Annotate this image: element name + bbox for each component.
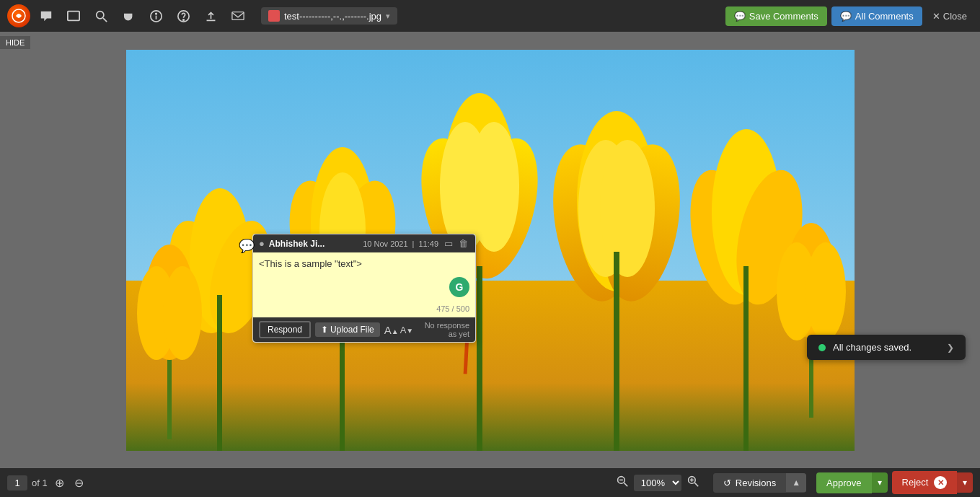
svg-point-18 — [469, 122, 519, 252]
font-size-controls: A▲ A▼ — [384, 324, 414, 336]
zoom-in-button[interactable] — [684, 474, 702, 491]
save-comments-icon: 💬 — [734, 11, 746, 22]
help-tool-btn[interactable] — [172, 4, 195, 27]
respond-label: Respond — [268, 325, 302, 335]
zoom-level-select[interactable]: 100% 50% 75% 125% 150% 200% — [634, 475, 681, 491]
comment-delete-btn[interactable]: 🗑 — [457, 238, 469, 249]
file-tab[interactable]: test----------,--.,-------.jpg ▾ — [261, 7, 397, 25]
svg-point-45 — [163, 266, 202, 360]
approve-label: Approve — [826, 478, 861, 488]
comment-avatar-button[interactable]: G — [449, 277, 469, 297]
revisions-icon: ↺ — [723, 478, 731, 488]
comment-username: Abhishek Ji... — [269, 239, 358, 249]
font-increase-btn[interactable]: A▲ — [384, 324, 399, 336]
zoom-section: 100% 50% 75% 125% 150% 200% — [614, 474, 702, 491]
reject-x-icon: ✕ — [934, 476, 947, 489]
email-tool-btn[interactable] — [226, 4, 250, 27]
svg-rect-9 — [232, 12, 244, 20]
svg-point-8 — [182, 19, 184, 20]
upload-label: Upload File — [330, 325, 374, 335]
comment-user-icon: ● — [259, 238, 265, 249]
font-decrease-btn[interactable]: A▼ — [400, 324, 414, 336]
of-total-label: of 1 — [32, 478, 48, 488]
all-changes-saved-toast: All changes saved. ❯ — [807, 335, 966, 360]
reject-label: Reject — [902, 477, 929, 488]
comment-popup: 💬 ● Abhishek Ji... 10 Nov 2021 | 11:49 ▭… — [252, 234, 476, 343]
hide-label: HIDE — [6, 38, 25, 47]
comment-pointer-icon: 💬 — [239, 238, 253, 252]
hand-tool-btn[interactable] — [117, 4, 140, 27]
file-tab-icon — [268, 10, 280, 22]
comment-date: 10 Nov 2021 — [363, 239, 407, 248]
approve-chevron-button[interactable]: ▾ — [872, 472, 888, 493]
toast-message: All changes saved. — [833, 342, 911, 353]
svg-line-3 — [103, 18, 107, 22]
comment-avatar-initial: G — [456, 281, 464, 293]
svg-line-52 — [624, 483, 627, 486]
all-comments-icon: 💬 — [840, 11, 852, 22]
app-logo — [7, 4, 30, 27]
toast-chevron-icon: ❯ — [947, 343, 954, 353]
svg-rect-49 — [217, 295, 222, 451]
no-response-label: No response as yet — [418, 321, 469, 338]
all-comments-button[interactable]: 💬 All Comments — [831, 6, 922, 26]
close-x-icon: ✕ — [932, 11, 940, 22]
svg-line-55 — [694, 483, 698, 486]
reject-button[interactable]: Reject ✕ — [892, 471, 957, 494]
svg-rect-46 — [477, 266, 482, 451]
top-toolbar: test----------,--.,-------.jpg ▾ 💬 Save … — [0, 0, 980, 32]
upload-file-button[interactable]: ⬆ Upload File — [315, 322, 380, 337]
svg-point-41 — [805, 242, 846, 340]
revisions-label: Revisions — [736, 478, 776, 488]
main-content-area: 💬 ● Abhishek Ji... 10 Nov 2021 | 11:49 ▭… — [0, 32, 980, 468]
reject-chevron-button[interactable]: ▾ — [957, 472, 973, 493]
bottom-bar: 1 of 1 ⊕ ⊖ 100% 50% 75% 125% 150% 200% ↺… — [0, 468, 980, 497]
svg-point-24 — [600, 140, 655, 277]
all-comments-label: All Comments — [855, 11, 914, 22]
approve-section: Approve ▾ Reject ✕ ▾ — [816, 471, 973, 494]
close-label: Close — [943, 11, 967, 22]
revisions-section: ↺ Revisions ▲ — [713, 473, 806, 493]
svg-point-6 — [155, 13, 156, 14]
upload-tool-btn[interactable] — [199, 4, 222, 27]
toast-status-dot — [818, 344, 826, 351]
prev-page-button[interactable]: ⊕ — [52, 475, 67, 491]
svg-rect-1 — [68, 12, 79, 21]
image-canvas — [126, 50, 855, 451]
comment-text: <This is a sample "text"> — [259, 258, 362, 269]
search-tool-btn[interactable] — [89, 4, 112, 27]
revisions-button[interactable]: ↺ Revisions — [713, 473, 786, 493]
file-tab-arrow-icon: ▾ — [386, 12, 390, 21]
rectangle-tool-btn[interactable] — [62, 4, 85, 27]
save-comments-label: Save Comments — [749, 11, 818, 22]
comment-edit-btn[interactable]: ▭ — [443, 238, 454, 249]
comment-body: <This is a sample "text"> G 475 / 500 — [253, 252, 475, 317]
comment-time-sep: | — [412, 239, 415, 248]
page-number-box: 1 — [7, 475, 27, 491]
svg-point-2 — [96, 11, 103, 18]
comment-tool-btn[interactable] — [35, 4, 58, 27]
svg-rect-47 — [614, 252, 619, 451]
file-tab-name: test----------,--.,-------.jpg — [284, 11, 381, 22]
comment-footer: Respond ⬆ Upload File A▲ A▼ No response … — [253, 317, 475, 342]
hide-button[interactable]: HIDE — [0, 36, 30, 49]
svg-rect-50 — [743, 266, 749, 451]
comment-header: ● Abhishek Ji... 10 Nov 2021 | 11:49 ▭ 🗑 — [253, 234, 475, 252]
upload-icon: ⬆ — [321, 325, 328, 335]
save-comments-button[interactable]: 💬 Save Comments — [725, 6, 827, 26]
next-page-button[interactable]: ⊖ — [71, 475, 87, 491]
revisions-chevron-btn[interactable]: ▲ — [786, 473, 806, 492]
info-tool-btn[interactable] — [144, 4, 167, 27]
page-number: 1 — [14, 478, 19, 488]
close-button[interactable]: ✕ Close — [927, 6, 973, 26]
comment-time: 11:49 — [418, 239, 438, 248]
comment-char-count: 475 / 500 — [436, 304, 469, 313]
tulip-image — [126, 50, 855, 451]
respond-button[interactable]: Respond — [259, 321, 311, 338]
approve-button[interactable]: Approve — [816, 472, 871, 493]
zoom-out-button[interactable] — [614, 474, 631, 491]
